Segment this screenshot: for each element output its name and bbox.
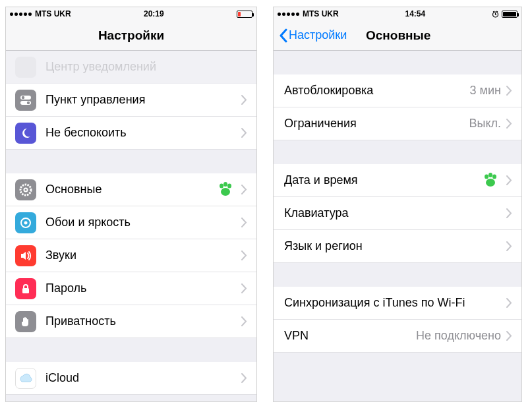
general-list: Автоблокировка 3 мин Ограничения Выкл. Д… xyxy=(274,51,521,401)
chevron-right-icon xyxy=(506,298,512,308)
svg-point-18 xyxy=(486,179,495,187)
carrier-label: MTS UKR xyxy=(35,9,71,18)
list-item-restrictions[interactable]: Ограничения Выкл. xyxy=(274,107,521,140)
chevron-right-icon xyxy=(506,208,512,218)
svg-point-16 xyxy=(488,173,492,177)
list-item-detail: Выкл. xyxy=(469,117,501,131)
status-bar: MTS UKR 20:19 xyxy=(6,7,256,20)
list-item-label: Не беспокоить xyxy=(45,126,241,140)
back-label: Настройки xyxy=(289,28,347,42)
speaker-icon xyxy=(15,245,36,266)
list-item-language[interactable]: Язык и регион xyxy=(274,230,521,263)
moon-icon xyxy=(15,123,36,144)
battery-icon xyxy=(502,11,517,18)
clock: 20:19 xyxy=(144,9,164,18)
svg-point-6 xyxy=(24,189,26,191)
list-item-sounds[interactable]: Звуки xyxy=(6,239,256,272)
clock: 14:54 xyxy=(405,9,425,18)
phone-general: MTS UKR 14:54 Настройки Основные Автобло… xyxy=(273,7,522,402)
list-item-label: Звуки xyxy=(45,249,241,262)
list-item-passcode[interactable]: Пароль xyxy=(6,272,256,305)
back-button[interactable]: Настройки xyxy=(279,28,347,43)
phone-settings: MTS UKR 20:19 Настройки Центр уведомлени… xyxy=(5,7,257,402)
list-item-label: Обои и яркость xyxy=(45,216,241,229)
cloud-icon xyxy=(15,368,36,389)
lock-icon xyxy=(15,278,36,299)
carrier-label: MTS UKR xyxy=(303,9,339,18)
alarm-icon xyxy=(492,11,499,18)
list-item-label: Пункт управления xyxy=(45,93,241,107)
list-item-wallpaper[interactable]: Обои и яркость xyxy=(6,206,256,239)
list-item-itunes-wifi[interactable]: Синхронизация с iTunes по Wi-Fi xyxy=(274,287,521,320)
svg-point-7 xyxy=(220,183,223,188)
list-item-label: VPN xyxy=(284,329,416,343)
list-item-icloud[interactable]: iCloud xyxy=(6,362,256,395)
page-title: Настройки xyxy=(6,28,256,43)
list-item-label: Клавиатура xyxy=(284,206,506,220)
chevron-right-icon xyxy=(506,241,512,251)
list-item-label: Синхронизация с iTunes по Wi-Fi xyxy=(284,296,506,310)
list-item-label: Пароль xyxy=(45,281,241,295)
list-item-control-center[interactable]: Пункт управления xyxy=(6,84,256,117)
chevron-right-icon xyxy=(241,316,247,326)
list-item-dnd[interactable]: Не беспокоить xyxy=(6,117,256,150)
control-center-icon xyxy=(15,90,36,111)
signal-dots-icon xyxy=(10,13,32,16)
paw-icon xyxy=(481,171,500,190)
nav-bar: Настройки xyxy=(6,20,256,51)
list-item-keyboard[interactable]: Клавиатура xyxy=(274,197,521,230)
settings-list: Центр уведомлений Пункт управления Не бе… xyxy=(6,51,256,401)
list-item-privacy[interactable]: Приватность xyxy=(6,305,256,338)
chevron-right-icon xyxy=(506,331,512,341)
list-item-autolock[interactable]: Автоблокировка 3 мин xyxy=(274,74,521,107)
svg-point-15 xyxy=(485,174,488,179)
chevron-right-icon xyxy=(241,185,247,194)
list-item-datetime[interactable]: Дата и время xyxy=(274,164,521,197)
list-item-label: iCloud xyxy=(45,371,241,385)
svg-point-10 xyxy=(221,188,230,196)
chevron-right-icon xyxy=(241,250,247,260)
chevron-right-icon xyxy=(506,175,512,185)
list-item-detail: Не подключено xyxy=(416,329,501,343)
status-right xyxy=(492,11,517,18)
svg-point-3 xyxy=(27,101,30,103)
svg-point-12 xyxy=(24,221,28,224)
paw-icon xyxy=(216,181,235,199)
list-item-detail: 3 мин xyxy=(470,84,501,98)
chevron-right-icon xyxy=(506,86,512,96)
notifications-icon xyxy=(15,57,36,78)
status-bar: MTS UKR 14:54 xyxy=(274,7,521,20)
gear-icon xyxy=(15,179,36,200)
status-right xyxy=(237,11,252,18)
status-left: MTS UKR xyxy=(10,9,71,18)
list-item-label: Дата и время xyxy=(284,173,481,187)
list-item-label: Автоблокировка xyxy=(284,84,470,98)
svg-rect-13 xyxy=(22,288,29,293)
chevron-right-icon xyxy=(506,119,512,129)
signal-dots-icon xyxy=(278,13,299,16)
svg-point-17 xyxy=(492,174,496,179)
list-item-notifications[interactable]: Центр уведомлений xyxy=(6,51,256,84)
svg-point-9 xyxy=(227,183,231,188)
hand-icon xyxy=(15,311,36,332)
svg-point-1 xyxy=(22,96,24,98)
list-item-label: Ограничения xyxy=(284,117,469,131)
chevron-right-icon xyxy=(241,218,247,227)
svg-point-8 xyxy=(223,182,227,187)
page-title: Основные xyxy=(366,28,430,43)
chevron-right-icon xyxy=(241,283,247,293)
status-left: MTS UKR xyxy=(278,9,339,18)
list-item-label: Приватность xyxy=(45,314,241,328)
list-item-label: Основные xyxy=(45,183,216,196)
wallpaper-icon xyxy=(15,212,36,233)
nav-bar: Настройки Основные xyxy=(274,20,521,51)
list-item-label: Язык и регион xyxy=(284,239,506,253)
list-item-label: Центр уведомлений xyxy=(45,60,156,74)
list-item-vpn[interactable]: VPN Не подключено xyxy=(274,320,521,353)
list-item-general[interactable]: Основные xyxy=(6,173,256,206)
chevron-right-icon xyxy=(241,373,247,383)
battery-icon xyxy=(237,11,252,18)
chevron-right-icon xyxy=(241,95,247,105)
chevron-left-icon xyxy=(279,28,287,43)
chevron-right-icon xyxy=(241,128,247,138)
